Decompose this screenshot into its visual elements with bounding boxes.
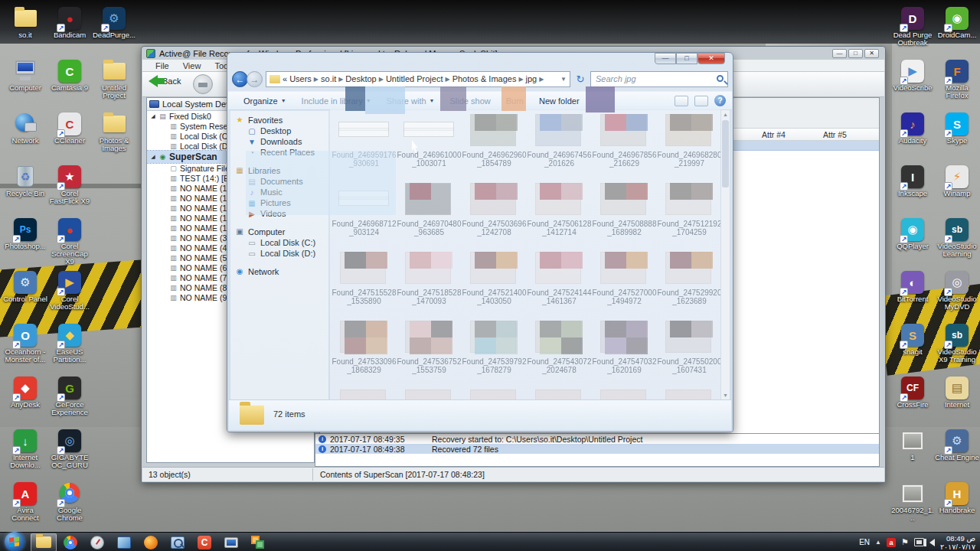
desktop-icon-camtasia-9[interactable]: CCamtasia 9 [47, 59, 92, 112]
desktop-icon-ccleaner[interactable]: C↗CCleaner [47, 112, 92, 165]
desktop-icon-handbrake[interactable]: H↗Handbrake [935, 481, 979, 534]
nav-item-downloads[interactable]: ▼Downloads [230, 136, 328, 147]
change-view-button[interactable] [675, 96, 688, 106]
desktop-icon-videostudio-mydvd[interactable]: ◎↗VideoStudio MyDVD [935, 270, 979, 323]
refresh-icon[interactable]: ↻ [573, 71, 587, 87]
desktop-icon-inkscape[interactable]: I↗Inkscape [890, 165, 935, 217]
file-item-found-247527000-1494972[interactable]: Found_247527000_1494972 [592, 249, 657, 318]
clock[interactable]: 08:49 ص ٢٠١٧/٠٧/١٧ [940, 534, 977, 551]
file-item-found-247506128-1412714[interactable]: Found_247506128_1412714 [527, 180, 592, 249]
file-item-found-247524144-1461367[interactable]: Found_247524144_1461367 [527, 249, 592, 318]
breadcrumb-item-jpg[interactable]: jpg [526, 74, 537, 83]
file-item-found-246962960-1854789[interactable]: Found_246962960_1854789 [462, 111, 527, 180]
search-icon[interactable] [717, 75, 724, 82]
desktop-icon-cheat-engine[interactable]: ⚙↗Cheat Engine [935, 429, 979, 481]
language-indicator[interactable]: EN [859, 538, 870, 546]
desktop-icon-videostudio-x9-training[interactable]: sb↗VideoStudio X9 Training [935, 323, 979, 376]
disk-scan-button[interactable] [193, 74, 213, 94]
vertical-scrollbar[interactable]: ▲ ▼ [720, 109, 730, 401]
scroll-up-icon[interactable]: ▲ [721, 110, 730, 119]
file-item-found-246968280-219997[interactable]: Found_246968280_219997 [657, 111, 720, 180]
taskbar-explorer-button[interactable] [31, 533, 57, 551]
desktop-icon-videostudio-learning[interactable]: sb↗VideoStudio Learning [935, 217, 979, 270]
menu-item-view[interactable]: View [176, 61, 208, 70]
nav-section-header-favorites[interactable]: ★Favorites [230, 114, 328, 126]
file-item-found-247508888-1689982[interactable]: Found_247508888_1689982 [592, 180, 657, 249]
desktop-icon-photoshop[interactable]: Ps↗Photoshop... [3, 217, 47, 270]
file-item-found-247533096-1868329[interactable]: Found_247533096_1868329 [332, 318, 397, 386]
taskbar-color-squares-button[interactable] [245, 533, 271, 551]
file-item-found-246967456-201626[interactable]: Found_246967456_201626 [527, 111, 592, 180]
log-row[interactable]: i2017-07-17 08:49:35Recovery started to:… [315, 434, 879, 444]
desktop-icon-crossfire[interactable]: CF↗CrossFire [890, 376, 935, 429]
volume-tray-icon[interactable] [929, 539, 935, 546]
forward-nav-button[interactable]: → [247, 71, 263, 87]
file-item-found-247539792-1678279[interactable]: Found_247539792_1678279 [462, 318, 527, 386]
desktop-icon-skype[interactable]: S↗Skype [935, 112, 979, 165]
show-hidden-icons-button[interactable]: ▲ [875, 539, 881, 546]
explorer-maximize-button[interactable]: □ [676, 53, 697, 64]
desktop-icon-mozilla-firefox[interactable]: F↗Mozilla Firefox [935, 59, 979, 112]
breadcrumb-item-desktop[interactable]: Desktop [345, 74, 376, 83]
start-button[interactable] [5, 532, 24, 551]
back-nav-button[interactable]: ← [232, 71, 248, 87]
desktop-icon-corel-fastflick-x9[interactable]: ★↗Corel FastFlick X9 [47, 165, 92, 217]
taskbar-firefox-button[interactable] [138, 533, 164, 551]
recovery-close-button[interactable]: ✕ [864, 49, 879, 58]
search-input[interactable] [594, 73, 709, 86]
breadcrumb-dropdown-icon[interactable]: ▼ [560, 76, 567, 83]
taskbar-gauge-button[interactable] [84, 533, 110, 551]
taskbar-file-recovery-button[interactable] [165, 533, 191, 551]
action-center-flag-icon[interactable]: ⚑ [901, 537, 909, 547]
desktop-icon-winamp[interactable]: ⚡↗Winamp [935, 165, 979, 217]
toolbar-button-organize[interactable]: Organize▼ [236, 96, 294, 106]
column-header-attr4[interactable]: Attr #4 [762, 130, 786, 139]
desktop-icon-dead-purge-outbreak[interactable]: D↗Dead Purge Outbreak [890, 6, 935, 59]
desktop-icon-1[interactable]: 1 [890, 429, 935, 481]
breadcrumb-item-so-it[interactable]: so.it [321, 74, 336, 83]
desktop-icon-anydesk[interactable]: ◆↗AnyDesk [3, 376, 47, 429]
explorer-close-button[interactable]: ✕ [697, 53, 725, 64]
toolbar-button-new-folder[interactable]: New folder [531, 96, 587, 106]
taskbar-camtasia-button[interactable]: C [191, 533, 217, 551]
file-item-found-247512192-1704259[interactable]: Found_247512192_1704259 [657, 180, 720, 249]
file-item-found-246961000-1003071[interactable]: Found_246961000_1003071 [397, 111, 462, 180]
desktop-icon-easeus-partition[interactable]: ◆↗EaseUS Partition... [47, 323, 92, 376]
desktop-icon-internet-downlo[interactable]: ↓↗Internet Downlo... [3, 429, 47, 481]
desktop-icon-videoscribe[interactable]: ▶↗VideoScribe [890, 59, 935, 112]
nav-section-header-network[interactable]: ◉Network [230, 266, 328, 277]
desktop-icon-snagit[interactable]: S↗snagit [890, 323, 935, 376]
desktop-icon-gigabyte-oc-guru[interactable]: ◎↗GIGABYTE OC_GURU [47, 429, 92, 481]
desktop-icon-untitled-project[interactable]: Untitled Project [92, 59, 136, 112]
menu-item-file[interactable]: File [149, 61, 176, 70]
taskbar-remote-desktop-button[interactable] [218, 533, 244, 551]
breadcrumb-item-users[interactable]: Users [289, 74, 312, 83]
desktop-icon-computer[interactable]: Computer [3, 59, 47, 112]
desktop-icon-deadpurge[interactable]: ⚙↗DeadPurge... [92, 6, 136, 59]
desktop-icon-droidcam[interactable]: ◉↗DroidCam... [935, 6, 979, 59]
desktop-icon-oceanhorn-monster-of[interactable]: O↗Oceanhorn - Monster of... [3, 323, 47, 376]
breadcrumb-item-photos-images[interactable]: Photos & Images [452, 74, 517, 83]
desktop-icon-google-chrome[interactable]: ↗Google Chrome [47, 481, 92, 534]
taskbar-photo-viewer-button[interactable] [111, 533, 137, 551]
network-tray-icon[interactable] [914, 538, 924, 546]
desktop-icon-20046792-1[interactable]: 20046792_1... [890, 481, 935, 534]
file-item-found-247529920-1623689[interactable]: Found_247529920_1623689 [657, 249, 720, 318]
desktop-icon-corel-screencap-x9[interactable]: ●↗Corel ScreenCap X9 [47, 217, 92, 270]
explorer-help-icon[interactable]: ? [714, 95, 726, 106]
desktop-icon-qqplayer[interactable]: ◉↗QQPlayer [890, 217, 935, 270]
desktop-icon-geforce-experience[interactable]: G↗GeForce Experience [47, 376, 92, 429]
desktop-icon-photos-images[interactable]: Photos & Images [92, 112, 136, 165]
explorer-minimize-button[interactable]: — [655, 53, 676, 64]
recovery-minimize-button[interactable]: — [832, 49, 847, 58]
nav-section-header-computer[interactable]: ▣Computer [230, 226, 328, 237]
recovery-maximize-button[interactable]: □ [848, 49, 863, 58]
file-item-found-247547032-1620169[interactable]: Found_247547032_1620169 [592, 318, 657, 386]
file-item-found-247503696-1242708[interactable]: Found_247503696_1242708 [462, 180, 527, 249]
nav-item-local-disk-d[interactable]: ▭Local Disk (D:) [230, 248, 328, 259]
file-item-found-246970480-963685[interactable]: Found_246970480_963685 [397, 180, 462, 249]
column-header-attr5[interactable]: Attr #5 [823, 130, 847, 139]
file-item-found-247536752-1553759[interactable]: Found_247536752_1553759 [397, 318, 462, 386]
desktop-icon-recycle-bin[interactable]: ♻Recycle Bin [3, 165, 47, 217]
desktop-icon-corel-videostud[interactable]: ▶↗Corel VideoStud... [47, 270, 92, 323]
